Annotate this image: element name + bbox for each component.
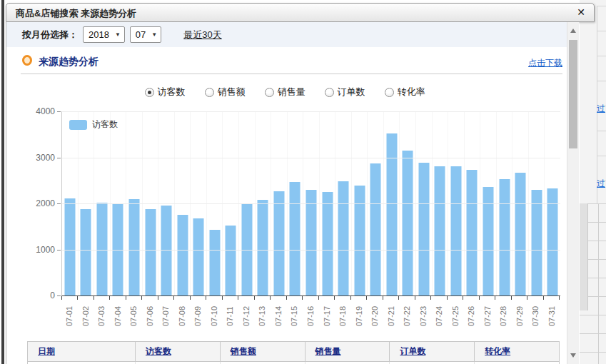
radio-orders[interactable]: 订单数 [325, 86, 365, 98]
x-axis-tick [238, 296, 253, 300]
x-label-cell: 07-09 [190, 301, 206, 337]
bar-07-20[interactable] [370, 163, 381, 295]
x-axis-tick [350, 296, 366, 300]
table-header-sales-amount[interactable]: 销售额 [220, 342, 305, 361]
chart-legend[interactable]: 访客数 [69, 118, 118, 131]
x-axis-tick [141, 296, 157, 300]
bar-07-06[interactable] [145, 209, 156, 295]
x-label-cell: 07-28 [495, 301, 512, 337]
x-axis-tick-label: 07-05 [129, 306, 138, 326]
x-axis-tick [511, 296, 527, 300]
radio-sales-volume[interactable]: 销售量 [265, 86, 305, 98]
bar-07-15[interactable] [290, 182, 301, 295]
month-select-value: 07 [136, 29, 146, 40]
radio-sales-amount[interactable]: 销售额 [205, 86, 246, 98]
x-label-cell: 07-14 [271, 301, 287, 337]
background-link-fragment: 过 [597, 178, 605, 190]
chart-plot-area [61, 111, 560, 296]
radio-circle-icon[interactable] [265, 88, 274, 97]
table-header-orders[interactable]: 订单数 [389, 342, 474, 361]
bar-07-08[interactable] [177, 215, 188, 295]
x-axis-tick-label: 07-14 [274, 306, 283, 326]
metric-radio-group: 访客数销售额销售量订单数转化率 [6, 86, 563, 98]
y-axis-tick [57, 203, 61, 204]
bar-07-23[interactable] [418, 163, 429, 295]
table-header-row: 日期访客数销售额销售量订单数转化率 [27, 341, 560, 362]
recent-30-days-link[interactable]: 最近30天 [183, 29, 221, 41]
trend-bar-chart: 01000200030004000 07-0107-0207-0307-0407… [6, 107, 579, 340]
bar-07-29[interactable] [515, 173, 526, 295]
chevron-down-icon: ▼ [151, 31, 157, 38]
gridline [62, 250, 560, 251]
x-axis-tick [543, 296, 559, 300]
scroll-down-icon[interactable] [570, 353, 576, 358]
bar-07-18[interactable] [338, 181, 349, 295]
month-filter-row: 按月份选择： 2018 ▼ 07 ▼ 最近30天 [6, 22, 578, 47]
x-axis-tick-label: 07-18 [338, 306, 347, 326]
section-header: 来源趋势分析 点击下载 [21, 47, 562, 74]
x-axis-tick [206, 296, 221, 300]
table-header-label: 订单数 [400, 345, 425, 358]
bar-07-13[interactable] [258, 200, 268, 295]
month-select[interactable]: 07 ▼ [130, 26, 161, 43]
x-label-cell: 07-13 [254, 301, 271, 337]
dialog-scrollbar[interactable] [567, 22, 579, 364]
x-label-cell: 07-16 [303, 301, 319, 337]
radio-circle-icon[interactable] [325, 88, 334, 97]
bar-07-11[interactable] [226, 226, 236, 295]
bar-07-25[interactable] [450, 166, 461, 295]
bar-07-05[interactable] [128, 199, 139, 295]
bar-07-02[interactable] [81, 209, 91, 295]
x-axis-tick [109, 296, 125, 300]
bar-07-10[interactable] [209, 230, 220, 295]
radio-visitors[interactable]: 访客数 [145, 86, 186, 98]
x-label-cell: 07-19 [350, 301, 367, 337]
x-axis-tick [302, 296, 318, 300]
radio-circle-icon[interactable] [385, 88, 394, 97]
table-header-visitors[interactable]: 访客数 [135, 342, 220, 361]
y-axis-tick-label: 0 [50, 290, 55, 300]
bar-07-26[interactable] [467, 170, 478, 295]
bar-07-07[interactable] [161, 206, 172, 295]
bar-07-24[interactable] [435, 166, 445, 295]
radio-label: 转化率 [398, 86, 425, 98]
scroll-up-icon[interactable] [570, 29, 576, 33]
x-axis-tick-label: 07-10 [210, 306, 218, 326]
x-axis-tick-label: 07-20 [370, 306, 379, 326]
bar-07-30[interactable] [531, 190, 542, 295]
radio-conversion-rate[interactable]: 转化率 [385, 86, 425, 98]
table-header-conversion-rate[interactable]: 转化率 [474, 342, 559, 361]
x-axis-tick [366, 296, 382, 300]
x-axis-tick [495, 296, 510, 300]
radio-circle-icon[interactable] [205, 88, 214, 97]
x-label-cell: 07-30 [527, 301, 544, 337]
x-axis-tick [463, 296, 478, 300]
x-label-cell: 07-02 [78, 301, 94, 337]
bar-07-16[interactable] [305, 190, 316, 295]
x-axis-tick [270, 296, 286, 300]
year-select[interactable]: 2018 ▼ [83, 26, 125, 43]
bar-07-19[interactable] [354, 186, 365, 295]
close-icon[interactable]: ✕ [577, 6, 585, 18]
scrollbar-thumb[interactable] [569, 40, 577, 148]
bar-07-22[interactable] [403, 151, 413, 295]
bar-07-28[interactable] [499, 179, 510, 295]
bar-07-31[interactable] [547, 188, 558, 295]
download-link[interactable]: 点击下载 [528, 57, 562, 69]
y-axis-tick-label: 1000 [36, 245, 55, 255]
y-axis-tick [57, 295, 61, 296]
bar-07-17[interactable] [322, 192, 333, 295]
table-header-date[interactable]: 日期 [28, 342, 135, 361]
radio-circle-icon[interactable] [145, 88, 154, 97]
table-header-sales-volume[interactable]: 销售量 [305, 342, 390, 361]
bar-07-01[interactable] [64, 198, 75, 295]
bar-07-09[interactable] [193, 218, 204, 295]
y-axis-tick [57, 111, 61, 112]
table-header-label: 访客数 [146, 345, 171, 358]
y-axis-tick [57, 250, 61, 251]
table-header-label: 日期 [38, 345, 55, 358]
bar-07-14[interactable] [273, 191, 284, 295]
x-axis-tick-label: 07-04 [113, 306, 122, 326]
x-axis-tick [415, 296, 430, 300]
x-axis-tick-label: 07-21 [387, 306, 395, 326]
